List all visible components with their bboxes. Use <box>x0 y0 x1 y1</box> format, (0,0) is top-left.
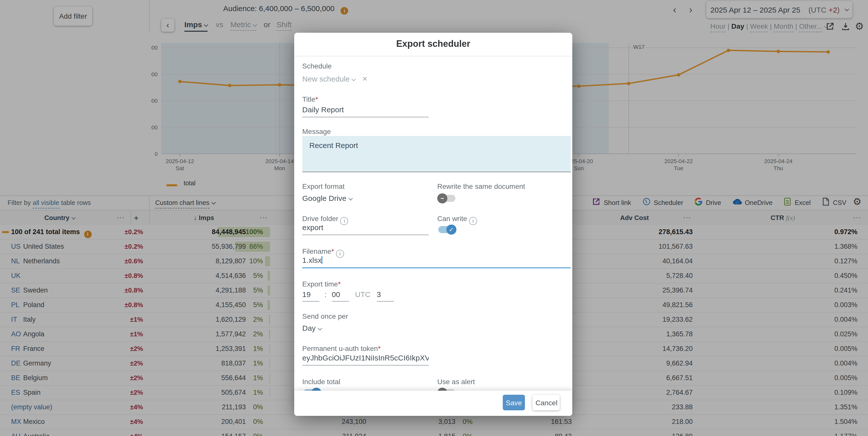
export-scheduler-modal: Export scheduler Schedule New schedule ×… <box>294 33 572 416</box>
use-alert-label: Use as alert <box>437 378 475 385</box>
rewrite-toggle-knob: − <box>437 193 447 203</box>
can-write-label: Can write i <box>437 214 477 225</box>
utc-label: UTC <box>355 290 371 299</box>
export-time-label: Export time* <box>302 280 341 288</box>
export-format-select[interactable]: Google Drive <box>302 194 352 202</box>
filename-input[interactable]: 1.xlsx <box>302 256 571 268</box>
can-write-toggle-knob: ✓ <box>446 225 457 235</box>
export-time-fields: 19 : 00 UTC 3 <box>302 290 394 302</box>
message-textarea[interactable]: Recent Report <box>302 136 571 172</box>
modal-footer: Save Cancel <box>294 391 572 416</box>
schedule-label: Schedule <box>302 62 332 70</box>
can-write-info-icon[interactable]: i <box>469 217 477 225</box>
app-root: Add filter Audience: 6,400,000 – 6,500,0… <box>0 0 868 436</box>
export-format-label: Export format <box>302 182 345 190</box>
rewrite-toggle[interactable]: − <box>438 195 456 202</box>
rewrite-label: Rewrite the same document <box>437 182 525 190</box>
modal-title: Export scheduler <box>294 39 572 49</box>
schedule-clear-icon[interactable]: × <box>363 74 368 83</box>
schedule-select[interactable]: New schedule × <box>302 74 368 84</box>
title-input[interactable]: Daily Report <box>302 105 429 117</box>
include-total-label: Include total <box>302 378 340 385</box>
token-input[interactable]: eyJhbGciOiJFUzI1NiIsInR5cCI6IkpXVC <box>302 354 429 366</box>
can-write-toggle[interactable]: ✓ <box>438 226 456 233</box>
message-label: Message <box>302 127 331 135</box>
send-once-label: Send once per <box>302 312 348 320</box>
hour-input[interactable]: 19 <box>302 290 319 302</box>
title-label: Title* <box>302 95 318 103</box>
cancel-button[interactable]: Cancel <box>532 395 560 410</box>
text-cursor <box>322 256 322 264</box>
drive-folder-input[interactable]: export <box>302 223 429 235</box>
send-once-select[interactable]: Day <box>302 324 321 332</box>
minute-input[interactable]: 00 <box>332 290 349 302</box>
token-label: Permanent u-auth token* <box>302 344 381 353</box>
utc-offset-input[interactable]: 3 <box>377 290 394 302</box>
save-button[interactable]: Save <box>503 395 525 410</box>
